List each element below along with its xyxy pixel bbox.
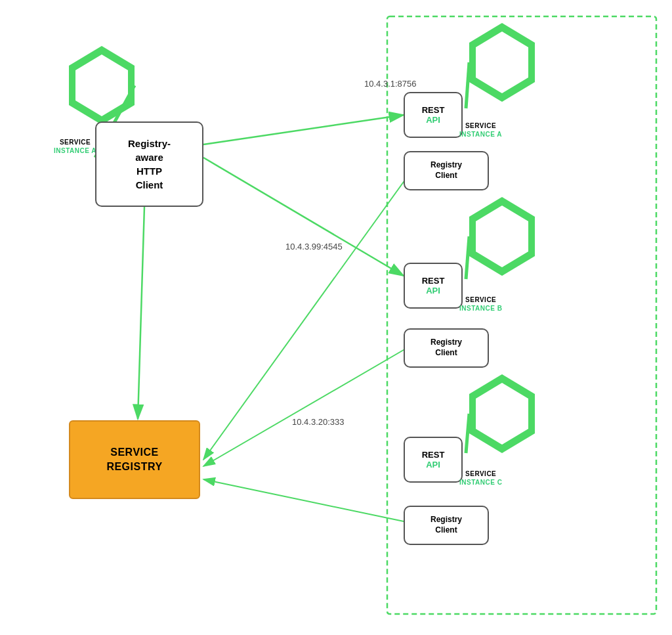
service-a-label: SERVICE INSTANCE A	[54, 138, 96, 155]
instance-a-right-label: SERVICE INSTANCE A	[459, 121, 502, 139]
registry-client-label-b: RegistryClient	[430, 338, 462, 358]
registry-client-box-c: RegistryClient	[404, 506, 489, 545]
http-client-box: Registry-awareHTTPClient	[95, 121, 203, 207]
registry-client-label-a: RegistryClient	[430, 160, 462, 181]
rest-label-a: REST	[422, 105, 445, 115]
rest-api-box-c: REST API	[404, 437, 463, 483]
hex-b-to-rest-connector	[466, 236, 469, 279]
ip-label-a: 10.4.3.1:8756	[364, 79, 417, 89]
instance-a-instance-label: INSTANCE A	[459, 130, 502, 139]
instance-c-right-label: SERVICE INSTANCE C	[459, 470, 502, 487]
hex-c-to-rest-connector	[466, 414, 469, 453]
rest-label-c: REST	[422, 450, 445, 460]
api-label-a: API	[426, 115, 440, 125]
instance-b-right-label: SERVICE INSTANCE B	[459, 296, 502, 313]
rest-label-b: REST	[422, 276, 445, 286]
instance-b-service-label: SERVICE	[459, 296, 502, 304]
service-registry-label: SERVICEREGISTRY	[106, 445, 162, 475]
registry-client-box-a: RegistryClient	[404, 151, 489, 190]
arrow-reg-c-to-registry	[203, 479, 407, 522]
arrow-client-to-b	[203, 158, 404, 276]
registry-client-box-b: RegistryClient	[404, 328, 489, 368]
hex-a-to-rest-connector	[466, 62, 469, 108]
instance-c-service-label: SERVICE	[459, 470, 502, 478]
service-registry-box: SERVICEREGISTRY	[69, 420, 200, 499]
api-label-b: API	[426, 286, 440, 296]
rest-api-box-a: REST API	[404, 92, 463, 138]
rest-api-box-b: REST API	[404, 263, 463, 309]
arrow-client-to-a	[203, 115, 404, 144]
service-a-label-bottom: INSTANCE A	[54, 146, 96, 155]
instance-b-instance-label: INSTANCE B	[459, 304, 502, 313]
arrow-reg-b-to-registry	[203, 348, 407, 466]
instance-c-instance-label: INSTANCE C	[459, 478, 502, 487]
ip-label-b: 10.4.3.99:4545	[285, 242, 343, 252]
http-client-label: Registry-awareHTTPClient	[128, 137, 171, 192]
instance-a-service-label: SERVICE	[459, 121, 502, 130]
api-label-c: API	[426, 460, 440, 470]
service-a-label-top: SERVICE	[54, 138, 96, 146]
registry-client-label-c: RegistryClient	[430, 515, 462, 535]
arrow-client-to-registry	[138, 207, 144, 419]
ip-label-c: 10.4.3.20:333	[292, 417, 345, 427]
